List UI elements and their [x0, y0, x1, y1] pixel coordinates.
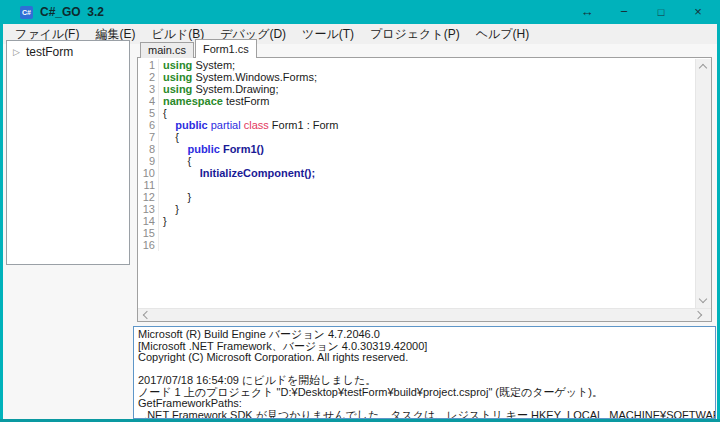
scroll-left-icon[interactable]: [143, 311, 151, 319]
code-line: 5 {: [138, 107, 695, 119]
code-text: }: [159, 215, 167, 227]
line-number: 15: [138, 227, 159, 239]
line-number: 10: [138, 167, 159, 179]
maximize-icon[interactable]: □: [647, 0, 675, 24]
window-border-left[interactable]: [0, 0, 3, 422]
code-line: 10 InitializeComponent();: [138, 167, 695, 179]
scroll-down-icon[interactable]: [699, 295, 707, 303]
menu-item[interactable]: ツール(T): [294, 24, 362, 45]
code-line: 7 {: [138, 131, 695, 143]
title-bar: C# C#_GO 3.2 ↔ − □ ×: [0, 0, 720, 24]
code-text: [159, 227, 163, 239]
code-text: using System.Windows.Forms;: [159, 71, 317, 83]
tree-expander-icon[interactable]: ▷: [13, 47, 20, 57]
code-text: {: [159, 131, 179, 143]
minimize-icon[interactable]: −: [610, 0, 638, 24]
code-line: 14 }: [138, 215, 695, 227]
code-line: 13 }: [138, 203, 695, 215]
line-number: 12: [138, 191, 159, 203]
menu-item[interactable]: プロジェクト(P): [362, 24, 468, 45]
line-number: 6: [138, 119, 159, 131]
code-text: InitializeComponent();: [159, 167, 315, 179]
output-line: Copyright (C) Microsoft Corporation. All…: [138, 352, 715, 364]
code-line: 6 public partial class Form1 : Form: [138, 119, 695, 131]
code-text: [159, 239, 163, 251]
line-number: 7: [138, 131, 159, 143]
code-text: {: [159, 155, 191, 167]
line-number: 8: [138, 143, 159, 155]
code-line: 15: [138, 227, 695, 239]
tree-item-testform[interactable]: ▷ testForm: [7, 41, 129, 59]
line-number: 16: [138, 239, 159, 251]
code-editor[interactable]: 1 using System; 2 using System.Windows.F…: [138, 59, 695, 308]
line-number: 13: [138, 203, 159, 215]
editor-tab[interactable]: Form1.cs: [195, 39, 257, 58]
code-line: 16: [138, 239, 695, 251]
code-line: 2 using System.Windows.Forms;: [138, 71, 695, 83]
code-line: 3 using System.Drawing;: [138, 83, 695, 95]
code-editor-panel: 1 using System; 2 using System.Windows.F…: [137, 57, 712, 322]
line-number: 5: [138, 107, 159, 119]
app-icon[interactable]: C#: [20, 6, 33, 19]
code-text: }: [159, 203, 179, 215]
line-number: 9: [138, 155, 159, 167]
menu-item[interactable]: ヘルプ(H): [468, 24, 538, 45]
line-number: 14: [138, 215, 159, 227]
code-text: namespace testForm: [159, 95, 269, 107]
code-line: 4 namespace testForm: [138, 95, 695, 107]
window-title: C#_GO 3.2: [40, 5, 104, 19]
code-text: using System.Drawing;: [159, 83, 279, 95]
code-text: [159, 179, 163, 191]
float-window-icon[interactable]: ↔: [573, 0, 601, 24]
code-line: 9 {: [138, 155, 695, 167]
line-number: 11: [138, 179, 159, 191]
code-text: }: [159, 191, 191, 203]
editor-tab[interactable]: main.cs: [140, 42, 194, 58]
output-line: Microsoft (R) Build Engine バージョン 4.7.204…: [138, 329, 715, 341]
code-text: {: [159, 107, 167, 119]
code-line: 8 public Form1(): [138, 143, 695, 155]
tree-item-label: testForm: [26, 45, 73, 59]
window-controls: ↔ − □ ×: [573, 0, 712, 24]
code-text: public partial class Form1 : Form: [159, 119, 338, 131]
close-icon[interactable]: ×: [684, 0, 712, 24]
line-number: 2: [138, 71, 159, 83]
horizontal-scrollbar[interactable]: [138, 308, 711, 321]
code-text: using System;: [159, 59, 235, 71]
scroll-up-icon[interactable]: [699, 64, 707, 72]
output-line: 2017/07/18 16:54:09 にビルドを開始しました。: [138, 375, 715, 387]
line-number: 1: [138, 59, 159, 71]
build-output-console[interactable]: Microsoft (R) Build Engine バージョン 4.7.204…: [133, 326, 716, 419]
project-tree-panel: ▷ testForm: [6, 40, 130, 265]
output-line: .NET Framework SDK が見つかりませんでした。タスクは、レジスト…: [138, 410, 715, 420]
scroll-right-icon[interactable]: [694, 311, 702, 319]
code-line: 12 }: [138, 191, 695, 203]
output-line: GetFrameworkPaths:: [138, 398, 715, 410]
vertical-scrollbar[interactable]: [695, 59, 711, 308]
line-number: 3: [138, 83, 159, 95]
code-text: public Form1(): [159, 143, 264, 155]
code-line: 1 using System;: [138, 59, 695, 71]
line-number: 4: [138, 95, 159, 107]
code-line: 11: [138, 179, 695, 191]
editor-tab-strip: main.cs Form1.cs: [140, 40, 258, 58]
